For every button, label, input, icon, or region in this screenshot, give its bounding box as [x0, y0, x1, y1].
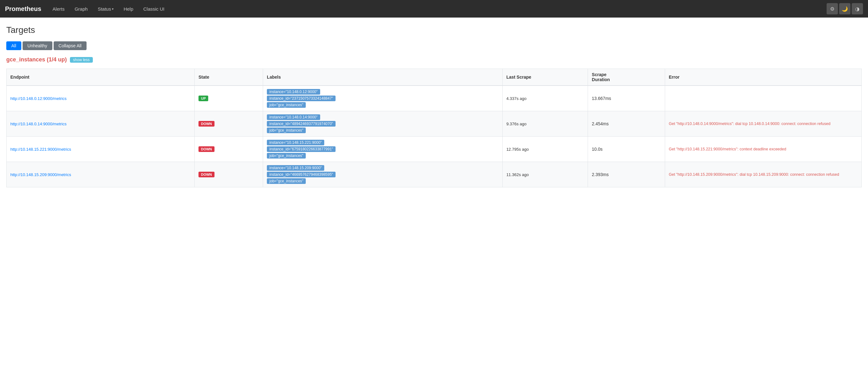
- col-labels: Labels: [263, 69, 503, 86]
- table-row: http://10.148.0.12:9000/metricsUPinstanc…: [7, 85, 862, 111]
- scrape-duration: 10.0s: [588, 137, 665, 162]
- help-link[interactable]: Help: [122, 5, 135, 13]
- label-tag: instance="10.148.15.221:9000": [267, 140, 324, 145]
- label-tags: instance="10.148.15.221:9000"instance_id…: [267, 140, 499, 159]
- unhealthy-filter-button[interactable]: Unhealthy: [23, 41, 52, 50]
- state-badge: DOWN: [198, 146, 215, 152]
- error-cell: Get "http://10.148.15.221:9000/metrics":…: [665, 137, 861, 162]
- navbar: Prometheus Alerts Graph Status ▾ Help Cl…: [0, 0, 868, 17]
- navbar-right: ⚙ 🌙 ◑: [827, 3, 863, 14]
- scrape-duration: 2.393ms: [588, 162, 665, 187]
- col-last-scrape: Last Scrape: [502, 69, 588, 86]
- endpoint-link[interactable]: http://10.148.15.209:9000/metrics: [10, 172, 71, 177]
- label-tag: job="gce_instances": [267, 128, 306, 133]
- state-badge: UP: [198, 96, 208, 101]
- error-text: Get "http://10.148.15.221:9000/metrics":…: [669, 147, 786, 151]
- endpoint-link[interactable]: http://10.148.0.14:9000/metrics: [10, 121, 66, 126]
- last-scrape: 9.376s ago: [502, 111, 588, 137]
- filter-buttons: All Unhealthy Collapse All: [6, 41, 862, 50]
- label-tag: job="gce_instances": [267, 102, 306, 108]
- label-tags: instance="10.148.15.209:9000"instance_id…: [267, 165, 499, 184]
- error-text: Get "http://10.148.0.14:9000/metrics": d…: [669, 121, 830, 126]
- status-dropdown[interactable]: Status ▾: [96, 5, 116, 13]
- label-tag: instance="10.148.15.209:9000": [267, 165, 324, 171]
- error-cell: Get "http://10.148.0.14:9000/metrics": d…: [665, 111, 861, 137]
- theme-button[interactable]: 🌙: [839, 3, 850, 14]
- classic-ui-link[interactable]: Classic UI: [142, 5, 166, 13]
- table-row: http://10.148.15.209:9000/metricsDOWNins…: [7, 162, 862, 187]
- show-less-button[interactable]: show less: [70, 57, 93, 63]
- graph-link[interactable]: Graph: [73, 5, 90, 13]
- col-scrape-duration: ScrapeDuration: [588, 69, 665, 86]
- col-endpoint: Endpoint: [7, 69, 195, 86]
- last-scrape: 11.362s ago: [502, 162, 588, 187]
- page-content: Targets All Unhealthy Collapse All gce_i…: [0, 17, 868, 195]
- state-badge: DOWN: [198, 121, 215, 127]
- table-header: Endpoint State Labels Last Scrape Scrape…: [7, 69, 862, 86]
- status-label: Status: [98, 6, 111, 11]
- targets-tbody: http://10.148.0.12:9000/metricsUPinstanc…: [7, 85, 862, 187]
- last-scrape: 4.337s ago: [502, 85, 588, 111]
- label-tag: instance_id="4894246937791974070": [267, 121, 336, 127]
- label-tags: instance="10.148.0.12:9000"instance_id="…: [267, 89, 499, 108]
- label-tag: instance="10.148.0.14:9000": [267, 114, 320, 120]
- table-row: http://10.148.0.14:9000/metricsDOWNinsta…: [7, 111, 862, 137]
- error-cell: [665, 85, 861, 111]
- gear-button[interactable]: ⚙: [827, 3, 838, 14]
- targets-table: Endpoint State Labels Last Scrape Scrape…: [6, 69, 862, 187]
- table-row: http://10.148.15.221:9000/metricsDOWNins…: [7, 137, 862, 162]
- last-scrape: 12.795s ago: [502, 137, 588, 162]
- alerts-link[interactable]: Alerts: [51, 5, 66, 13]
- contrast-button[interactable]: ◑: [852, 3, 863, 14]
- collapse-all-button[interactable]: Collapse All: [54, 41, 87, 50]
- label-tag: instance_id="4669576279468398595": [267, 172, 336, 177]
- section-title: gce_instances (1/4 up): [6, 57, 67, 63]
- label-tag: instance_id="6759180226633877991": [267, 146, 336, 152]
- scrape-duration: 13.667ms: [588, 85, 665, 111]
- brand-logo[interactable]: Prometheus: [5, 5, 41, 12]
- error-cell: Get "http://10.148.15.209:9000/metrics":…: [665, 162, 861, 187]
- page-title: Targets: [6, 25, 862, 35]
- label-tag: job="gce_instances": [267, 153, 306, 159]
- chevron-down-icon: ▾: [112, 7, 114, 11]
- label-tag: instance_id="2371507573324148847": [267, 96, 336, 101]
- all-filter-button[interactable]: All: [6, 41, 21, 50]
- gce-instances-section-header: gce_instances (1/4 up) show less: [6, 57, 862, 66]
- label-tag: instance="10.148.0.12:9000": [267, 89, 320, 95]
- col-error: Error: [665, 69, 861, 86]
- endpoint-link[interactable]: http://10.148.0.12:9000/metrics: [10, 96, 66, 101]
- state-badge: DOWN: [198, 172, 215, 177]
- scrape-duration: 2.454ms: [588, 111, 665, 137]
- error-text: Get "http://10.148.15.209:9000/metrics":…: [669, 172, 839, 177]
- endpoint-link[interactable]: http://10.148.15.221:9000/metrics: [10, 147, 71, 152]
- label-tags: instance="10.148.0.14:9000"instance_id="…: [267, 114, 499, 133]
- col-state: State: [194, 69, 263, 86]
- label-tag: job="gce_instances": [267, 178, 306, 184]
